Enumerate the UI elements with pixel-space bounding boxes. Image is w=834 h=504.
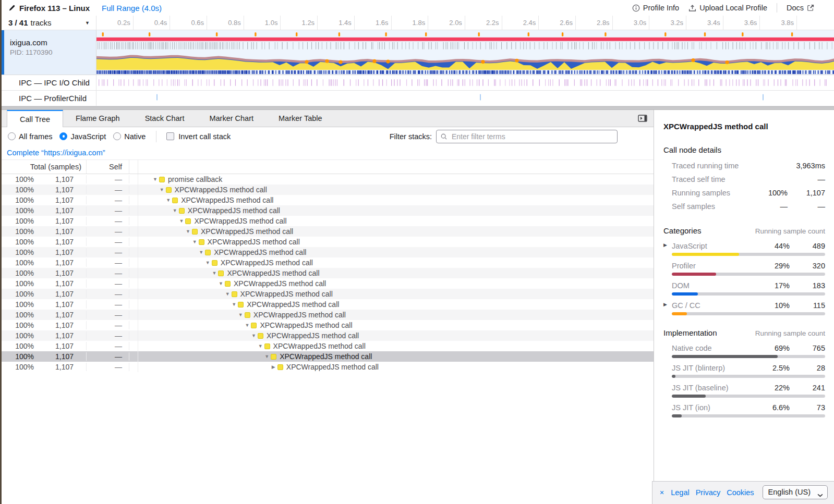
track-profiler-child[interactable]: IPC — ProfilerChild [2, 91, 834, 106]
call-tree-row[interactable]: 100%1,107—▼XPCWrappedJS method call [2, 268, 654, 278]
expand-collapse-icon[interactable]: ▼ [159, 187, 165, 192]
call-tree-row[interactable]: 100%1,107—▼XPCWrappedJS method call [2, 247, 654, 257]
breadcrumb[interactable]: Complete “https://ixigua.com” [7, 149, 105, 157]
call-tree-row[interactable]: 100%1,107—▼XPCWrappedJS method call [2, 195, 654, 205]
expand-collapse-icon[interactable]: ▼ [172, 208, 178, 213]
ipc-io-marker-strip[interactable] [96, 75, 834, 90]
tab-marker-table[interactable]: Marker Table [266, 110, 335, 127]
tab-stack-chart[interactable]: Stack Chart [132, 110, 197, 127]
expand-collapse-icon[interactable]: ▼ [257, 343, 264, 349]
footer-link-legal[interactable]: Legal [671, 488, 689, 497]
expand-collapse-icon[interactable]: ▼ [237, 312, 244, 317]
profile-name[interactable]: Firefox 113 – Linux [2, 4, 90, 13]
upload-label: Upload Local Profile [699, 4, 767, 12]
footer-link-privacy[interactable]: Privacy [696, 488, 721, 497]
profile-info-button[interactable]: Profile Info [632, 4, 679, 12]
radio-all-frames[interactable]: All frames [8, 132, 52, 141]
track-activity-graph[interactable] [96, 30, 834, 75]
filter-stacks-input[interactable] [436, 130, 618, 143]
expand-collapse-icon[interactable]: ▼ [250, 333, 257, 338]
call-tree-row[interactable]: 100%1,107—▼XPCWrappedJS method call [2, 237, 654, 247]
implementation-bar-track [672, 395, 825, 398]
profile-info-label: Profile Info [643, 4, 679, 12]
call-tree-row[interactable]: 100%1,107—▼XPCWrappedJS method call [2, 320, 654, 330]
topbar-divider [777, 3, 777, 13]
invert-call-stack-checkbox[interactable]: Invert call stack [166, 132, 231, 141]
call-tree-row[interactable]: 100%1,107—▼XPCWrappedJS method call [2, 216, 654, 226]
call-tree-row[interactable]: 100%1,107—▼XPCWrappedJS method call [2, 289, 654, 299]
category-bar-fill [672, 292, 698, 296]
gutter-cell [129, 237, 138, 247]
expand-collapse-icon[interactable]: ▼ [231, 302, 237, 307]
call-tree-row[interactable]: 100%1,107—▼XPCWrappedJS method call [2, 299, 654, 310]
upload-local-profile-button[interactable]: Upload Local Profile [688, 4, 767, 12]
call-node-detail-row: Self samples—— [663, 200, 825, 213]
track-label-panel[interactable]: ixigua.com PID: 1170390 [2, 30, 96, 75]
call-tree-row[interactable]: 100%1,107—▼XPCWrappedJS method call [2, 330, 654, 341]
call-tree-row[interactable]: 100%1,107—▶XPCWrappedJS method call [2, 362, 654, 372]
sidebar-toggle-button[interactable] [635, 110, 650, 127]
expand-icon[interactable]: ▶ [663, 302, 667, 307]
expand-collapse-icon[interactable]: ▼ [152, 177, 159, 182]
tab-marker-chart[interactable]: Marker Chart [197, 110, 266, 127]
tree-cell: ▼XPCWrappedJS method call [138, 196, 654, 204]
tracks-label: tracks [31, 18, 52, 27]
radio-javascript[interactable]: JavaScript [59, 132, 106, 141]
pane-splitter[interactable] [2, 106, 834, 110]
full-range-button[interactable]: Full Range (4.0s) [102, 4, 162, 13]
call-tree-row[interactable]: 100%1,107—▼XPCWrappedJS method call [2, 310, 654, 320]
ruler-tick-label: 0.6s [191, 19, 204, 27]
implementation-label: JS JIT (baseline) [672, 384, 756, 392]
details-tab-bar: Call TreeFlame GraphStack ChartMarker Ch… [2, 110, 654, 127]
call-tree-row[interactable]: 100%1,107—▼XPCWrappedJS method call [2, 278, 654, 289]
ruler-tick-empty [797, 16, 834, 30]
docs-link[interactable]: Docs [787, 4, 814, 12]
expand-collapse-icon[interactable]: ▼ [224, 291, 231, 297]
tab-flame-graph[interactable]: Flame Graph [63, 110, 132, 127]
gutter-cell [129, 257, 138, 268]
call-tree-row[interactable]: 100%1,107—▼XPCWrappedJS method call [2, 185, 654, 195]
expand-collapse-icon[interactable]: ▼ [191, 239, 198, 244]
tree-cell: ▼XPCWrappedJS method call [138, 248, 654, 256]
category-color-swatch [225, 281, 231, 287]
expand-collapse-icon[interactable]: ▼ [165, 198, 172, 203]
tree-cell: ▼XPCWrappedJS method call [138, 352, 654, 361]
detail-value: — [788, 175, 825, 183]
ruler-tick-label: 1.6s [376, 19, 389, 27]
detail-label: Self samples [663, 202, 756, 211]
call-tree-row[interactable]: 100%1,107—▼XPCWrappedJS method call [2, 205, 654, 216]
footer-close-button[interactable]: × [660, 488, 664, 497]
self-cell: — [87, 290, 129, 298]
expand-collapse-icon[interactable]: ▼ [217, 281, 224, 286]
ruler-tick: 3.2s [649, 16, 686, 30]
call-tree-row[interactable]: 100%1,107—▼XPCWrappedJS method call [2, 226, 654, 237]
radio-native[interactable]: Native [113, 132, 146, 141]
track-ixigua[interactable]: ixigua.com PID: 1170390 [2, 30, 834, 75]
expand-collapse-icon[interactable]: ▼ [198, 250, 204, 255]
detail-label: Running samples [663, 189, 756, 197]
total-percent-cell: 100% [2, 175, 34, 183]
expand-collapse-icon[interactable]: ▼ [178, 218, 185, 224]
call-tree-row[interactable]: 100%1,107—▼XPCWrappedJS method call [2, 351, 654, 362]
footer-link-cookies[interactable]: Cookies [727, 488, 754, 497]
tracks-dropdown[interactable]: 3 / 41 tracks ▼ [2, 16, 96, 30]
language-select[interactable]: English (US) [763, 485, 828, 499]
call-tree-row[interactable]: 100%1,107—▼promise callback [2, 174, 654, 185]
call-node-label: promise callback [168, 175, 222, 183]
category-percent: 44% [756, 242, 790, 250]
expand-expand-icon[interactable]: ▶ [270, 364, 277, 370]
gutter-cell [129, 185, 138, 195]
ruler-tick: 1.8s [392, 16, 429, 30]
expand-collapse-icon[interactable]: ▼ [185, 229, 191, 234]
profiler-child-marker-strip[interactable] [96, 91, 834, 106]
expand-icon[interactable]: ▶ [663, 242, 667, 248]
track-ipc-io-child[interactable]: IPC — IPC I/O Child [2, 75, 834, 91]
expand-collapse-icon[interactable]: ▼ [211, 271, 217, 276]
call-tree-row[interactable]: 100%1,107—▼XPCWrappedJS method call [2, 341, 654, 351]
expand-collapse-icon[interactable]: ▼ [204, 260, 211, 265]
expand-collapse-icon[interactable]: ▼ [244, 323, 250, 328]
tab-call-tree[interactable]: Call Tree [7, 110, 63, 127]
total-percent-cell: 100% [2, 217, 34, 225]
call-tree-row[interactable]: 100%1,107—▼XPCWrappedJS method call [2, 257, 654, 268]
expand-collapse-icon[interactable]: ▼ [263, 354, 270, 359]
